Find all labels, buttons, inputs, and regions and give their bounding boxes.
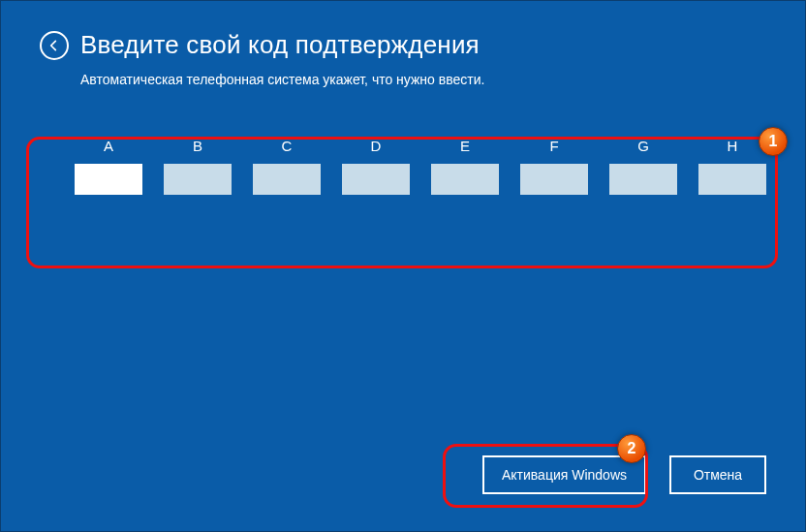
code-input-d[interactable] [342, 164, 410, 195]
code-label: F [549, 138, 558, 154]
code-label: A [104, 138, 113, 154]
code-input-a[interactable] [75, 164, 142, 195]
code-labels-row: A B C D E F G [61, 138, 745, 195]
code-col-a: A [75, 138, 142, 195]
activate-windows-button[interactable]: Активация Windows [482, 455, 646, 494]
code-input-c[interactable] [253, 164, 321, 195]
confirmation-code-panel: A B C D E F G [40, 120, 766, 241]
code-input-f[interactable] [520, 164, 588, 195]
code-label: H [728, 138, 738, 154]
code-col-d: D [342, 138, 410, 195]
page-title: Введите свой код подтверждения [80, 30, 480, 60]
code-col-b: B [164, 138, 232, 195]
cancel-button[interactable]: Отмена [669, 455, 766, 494]
code-col-c: C [253, 138, 321, 195]
code-col-h: H [698, 138, 766, 195]
code-label: E [460, 138, 470, 154]
code-input-e[interactable] [431, 164, 499, 195]
code-col-e: E [431, 138, 499, 195]
code-label: C [282, 138, 293, 154]
button-row: Активация Windows Отмена [482, 455, 766, 494]
code-label: B [193, 138, 202, 154]
page-subtitle: Автоматическая телефонная система укажет… [80, 72, 766, 87]
header: Введите свой код подтверждения [40, 30, 766, 60]
back-button[interactable] [40, 31, 69, 60]
arrow-left-icon [46, 38, 62, 53]
code-input-g[interactable] [609, 164, 677, 195]
code-col-f: F [520, 138, 588, 195]
code-col-g: G [609, 138, 677, 195]
activation-window: Введите свой код подтверждения Автоматич… [0, 0, 806, 532]
code-label: D [371, 138, 382, 154]
code-input-b[interactable] [164, 164, 232, 195]
code-input-h[interactable] [698, 164, 766, 195]
code-label: G [637, 138, 649, 154]
